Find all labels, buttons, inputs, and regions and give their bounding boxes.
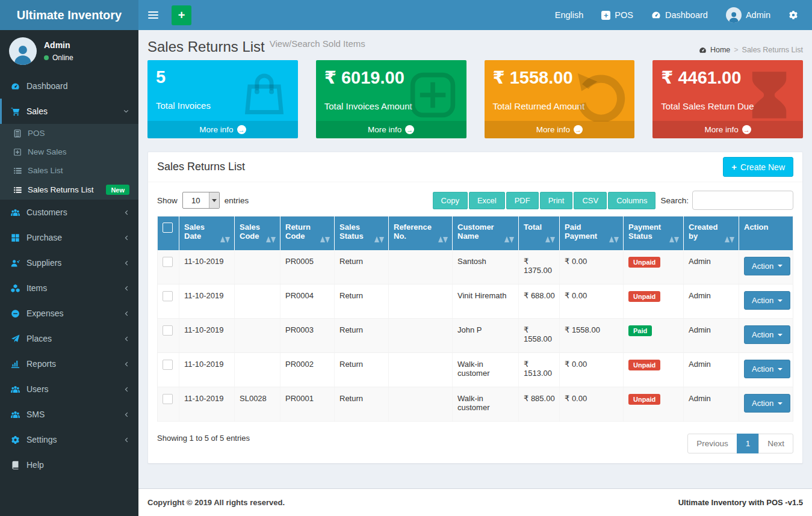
chevron-left-icon (123, 437, 129, 443)
sort-icon (374, 236, 384, 243)
column-total[interactable]: Total (519, 217, 560, 250)
row-action-button[interactable]: Action (744, 360, 790, 378)
sidebar-item-reports[interactable]: Reports (0, 351, 138, 376)
customer-name-cell: Santosh (453, 250, 519, 284)
user-menu[interactable]: Admin (717, 0, 779, 30)
column-return-code[interactable]: Return Code (280, 217, 335, 250)
sidebar-item-new-sales[interactable]: New Sales (0, 143, 138, 161)
language-label: English (555, 10, 584, 20)
chevron-left-icon (123, 260, 129, 266)
row-checkbox[interactable] (163, 257, 173, 267)
row-checkbox[interactable] (163, 394, 173, 404)
nav-settings-button[interactable] (779, 0, 807, 30)
column-customer-name[interactable]: Customer Name (453, 217, 519, 250)
sidebar-item-label: Expenses (26, 309, 63, 318)
sidebar-item-sales-list[interactable]: Sales List (0, 161, 138, 180)
sidebar-item-users[interactable]: Users (0, 376, 138, 402)
column-reference-no[interactable]: Reference No. (389, 217, 453, 250)
new-badge: New (106, 185, 129, 195)
column-sales-code[interactable]: Sales Code (235, 217, 280, 250)
sidebar-item-label: Purchase (26, 233, 62, 242)
row-action-button[interactable]: Action (744, 291, 790, 310)
sidebar-item-help[interactable]: Help (0, 452, 138, 478)
sidebar-toggle-button[interactable] (138, 2, 168, 28)
stat-box-total-invoices-amount: ₹ 6019.00 Total Invoices Amount More inf… (316, 60, 466, 138)
column-payment-status[interactable]: Payment Status (624, 217, 684, 250)
sidebar-item-customers[interactable]: Customers (0, 200, 138, 225)
column-created-by[interactable]: Created by (684, 217, 739, 250)
export-columns-button[interactable]: Columns (608, 192, 655, 209)
dashboard-icon (651, 10, 661, 20)
sidebar-item-items[interactable]: Items (0, 275, 138, 301)
nav-pos-link[interactable]: + POS (592, 0, 642, 30)
row-action-button[interactable]: Action (744, 325, 790, 344)
sort-icon (438, 236, 448, 243)
return-code-cell: PR0001 (280, 387, 335, 422)
app-logo[interactable]: Ultimate Inventory (0, 0, 138, 30)
more-info-link[interactable]: More info → (147, 121, 298, 138)
sidebar-item-pos[interactable]: POS (0, 124, 138, 143)
sidebar-item-dashboard[interactable]: Dashboard (0, 73, 138, 99)
sidebar-item-sms[interactable]: SMS (0, 402, 138, 427)
more-info-link[interactable]: More info → (652, 121, 803, 138)
row-checkbox[interactable] (163, 360, 173, 370)
action-cell: Action (739, 387, 793, 422)
action-cell: Action (739, 284, 793, 319)
sidebar-item-expenses[interactable]: Expenses (0, 301, 138, 326)
row-select-cell (158, 319, 179, 353)
column-paid-payment[interactable]: Paid Payment (560, 217, 624, 250)
previous-page-button[interactable]: Previous (687, 434, 737, 453)
pos-label: POS (615, 10, 633, 20)
language-menu[interactable]: English (546, 0, 593, 30)
arrow-circle-right-icon: → (742, 125, 751, 134)
export-excel-button[interactable]: Excel (469, 192, 505, 209)
sidebar-item-places[interactable]: Places (0, 326, 138, 351)
gears-icon (11, 435, 20, 444)
export-print-button[interactable]: Print (540, 192, 573, 209)
row-action-button[interactable]: Action (744, 394, 790, 413)
quick-add-button[interactable]: + (172, 5, 191, 25)
create-new-button[interactable]: + Create New (723, 157, 793, 177)
sidebar-item-settings[interactable]: Settings (0, 427, 138, 452)
export-csv-button[interactable]: CSV (574, 192, 607, 209)
calculator-icon (13, 129, 22, 138)
sidebar-item-label: Sales List (28, 166, 63, 175)
sidebar: Admin Online Dashboard Sales POS (0, 30, 138, 516)
column-sales-date[interactable]: Sales Date (179, 217, 235, 250)
shopping-bag-icon (238, 69, 291, 121)
sidebar-menu: Dashboard Sales POS New Sales Sales Li (0, 73, 138, 478)
row-select-cell (158, 284, 179, 319)
export-pdf-button[interactable]: PDF (506, 192, 539, 209)
total-cell: ₹ 1558.00 (519, 319, 560, 353)
sidebar-item-purchase[interactable]: Purchase (0, 225, 138, 250)
row-action-button[interactable]: Action (744, 257, 790, 275)
customer-name-cell: John P (453, 319, 519, 353)
sort-icon (320, 236, 330, 243)
more-info-link[interactable]: More info → (485, 121, 635, 138)
breadcrumb-home-link[interactable]: Home (710, 46, 730, 54)
next-page-button[interactable]: Next (758, 434, 793, 453)
nav-dashboard-link[interactable]: Dashboard (642, 0, 717, 30)
sidebar-item-sales[interactable]: Sales (0, 99, 138, 124)
export-copy-button[interactable]: Copy (433, 192, 468, 209)
online-status-dot (44, 55, 49, 60)
column-sales-status[interactable]: Sales Status (335, 217, 389, 250)
page-length-select[interactable]: 10 (182, 192, 220, 209)
users-icon (11, 410, 20, 419)
sales-date-cell: 11-10-2019 (179, 250, 235, 284)
sidebar-user-name: Admin (44, 40, 73, 50)
stat-box-total-sales-return-due: ₹ 4461.00 Total Sales Return Due More in… (652, 60, 803, 138)
chevron-left-icon (123, 235, 129, 241)
select-all-checkbox[interactable] (163, 223, 173, 233)
more-info-link[interactable]: More info → (316, 121, 466, 138)
page-1-button[interactable]: 1 (737, 434, 760, 453)
sidebar-item-sales-returns-list[interactable]: Sales Returns List New (0, 180, 138, 200)
search-input[interactable] (692, 191, 793, 210)
user-name-label: Admin (746, 10, 770, 20)
row-checkbox[interactable] (163, 325, 173, 336)
row-checkbox[interactable] (163, 291, 173, 301)
return-code-cell: PR0004 (280, 284, 335, 319)
sidebar-item-suppliers[interactable]: Suppliers (0, 250, 138, 275)
payment-status-badge: Unpaid (628, 291, 660, 302)
sales-code-cell (235, 250, 280, 284)
